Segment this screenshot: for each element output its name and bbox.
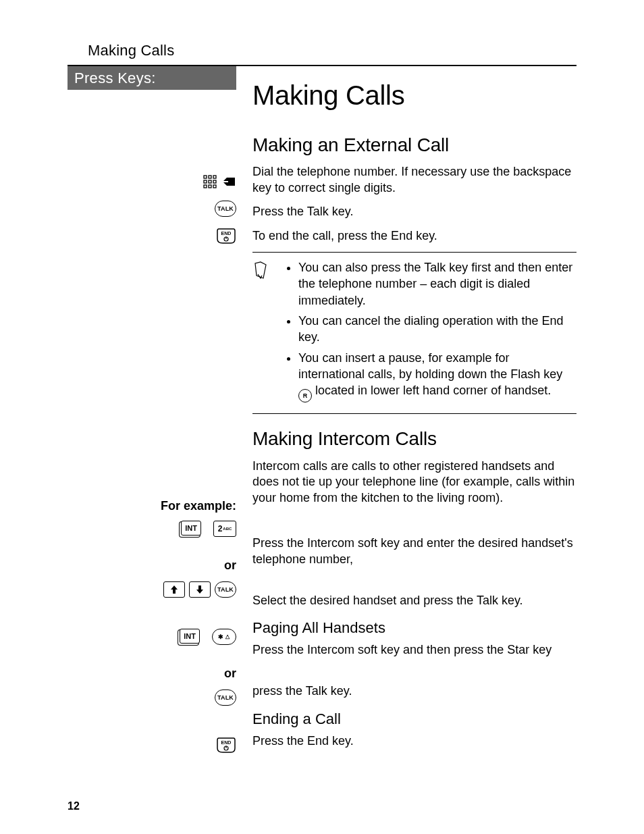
key-row-end-2: END <box>68 731 236 758</box>
sidebar-header: Press Keys: <box>68 66 236 90</box>
key-row-updown-talk: TALK <box>68 576 236 603</box>
text-press-talk: Press the Talk key. <box>252 204 576 219</box>
columns: Press Keys: <box>68 66 576 759</box>
text-select-handset: Select the desired handset and press the… <box>252 593 576 608</box>
sidebar-spacer-4 <box>68 711 236 731</box>
sidebar-spacer <box>68 95 236 168</box>
down-arrow-icon <box>189 581 211 598</box>
running-head: Making Calls <box>88 41 576 61</box>
note-item-2: You can cancel the dialing operation wit… <box>298 313 574 346</box>
main-content: Making Calls Making an External Call Dia… <box>236 66 576 759</box>
or-label-1: or <box>68 554 236 576</box>
keypad-icon <box>203 174 217 189</box>
svg-rect-6 <box>204 185 207 188</box>
key-row-int-star: INT ✱ △ <box>68 625 236 662</box>
flash-key-icon: R <box>298 389 312 402</box>
two-key-icon: 2ABC <box>213 521 236 537</box>
talk-key-icon-2: TALK <box>215 581 236 598</box>
text-press-talk-2: press the Talk key. <box>252 683 576 699</box>
svg-rect-4 <box>209 180 211 183</box>
note-list: You can also press the Talk key first an… <box>279 258 574 407</box>
star-key-icon: ✱ △ <box>212 629 236 645</box>
talk-key-icon-3: TALK <box>215 689 236 706</box>
svg-rect-1 <box>209 176 211 178</box>
talk-key-icon: TALK <box>215 201 236 217</box>
sidebar-spacer-3 <box>68 603 236 625</box>
note-item-1: You can also press the Talk key first an… <box>298 259 574 309</box>
int-key-icon-2: INT <box>180 629 200 644</box>
text-press-int: Press the Intercom soft key and enter th… <box>252 536 576 567</box>
heading-ending: Ending a Call <box>252 709 576 729</box>
key-row-int-2: INT 2ABC <box>68 517 236 554</box>
text-dial: Dial the telephone number. If necessary … <box>252 164 576 196</box>
key-row-dial <box>68 168 236 195</box>
hand-note-icon <box>252 258 270 407</box>
up-arrow-icon <box>163 581 185 598</box>
page-title: Making Calls <box>252 77 576 113</box>
end-key-icon: END <box>216 227 236 244</box>
svg-text:END: END <box>221 231 232 236</box>
or-label-2: or <box>68 662 236 684</box>
svg-text:END: END <box>221 740 232 745</box>
key-row-end: END <box>68 222 236 249</box>
key-row-talk-2: TALK <box>68 684 236 711</box>
sidebar-spacer-2 <box>68 249 236 495</box>
text-intercom-intro: Intercom calls are calls to other regist… <box>252 459 576 506</box>
page-number: 12 <box>68 799 80 814</box>
heading-external: Making an External Call <box>252 132 576 158</box>
svg-rect-7 <box>209 185 211 188</box>
page: Making Calls Press Keys: <box>0 0 644 834</box>
end-key-icon-2: END <box>216 736 236 754</box>
svg-rect-3 <box>204 180 207 183</box>
sidebar: Press Keys: <box>68 66 236 759</box>
for-example-label: For example: <box>68 495 236 517</box>
note-item-3: You can insert a pause, for example for … <box>298 350 574 403</box>
running-head-wrap: Making Calls <box>68 41 576 61</box>
int-key-icon: INT <box>181 521 201 536</box>
backspace-icon <box>221 176 236 187</box>
svg-rect-8 <box>213 185 216 188</box>
note-box: You can also press the Talk key first an… <box>252 252 576 414</box>
heading-paging: Paging All Handsets <box>252 618 576 638</box>
svg-rect-5 <box>213 180 216 183</box>
svg-rect-2 <box>213 176 216 178</box>
svg-rect-0 <box>204 176 207 178</box>
heading-intercom: Making Intercom Calls <box>252 426 576 452</box>
text-end-call: To end the call, press the End key. <box>252 228 576 244</box>
text-press-end: Press the End key. <box>252 733 576 749</box>
text-press-int-star: Press the Intercom soft key and then pre… <box>252 642 576 658</box>
key-row-talk: TALK <box>68 195 236 222</box>
